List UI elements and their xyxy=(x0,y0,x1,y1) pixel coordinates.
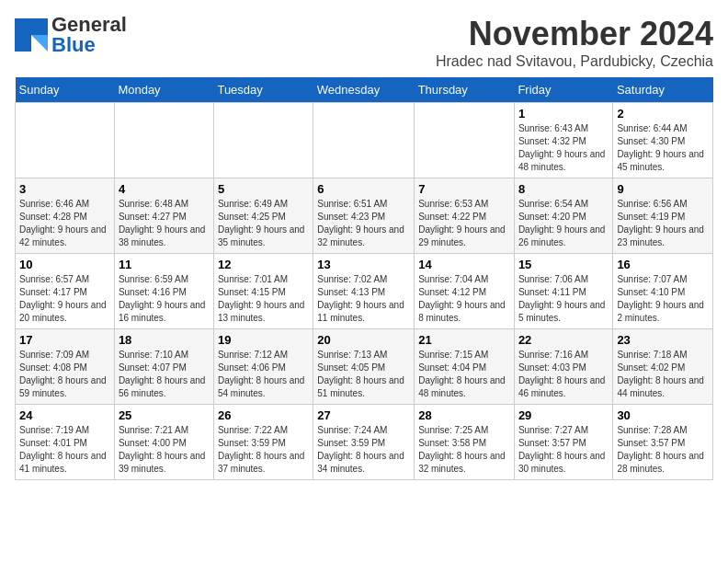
calendar-cell: 30Sunrise: 7:28 AM Sunset: 3:57 PM Dayli… xyxy=(613,405,713,480)
calendar-cell xyxy=(313,103,415,178)
svg-rect-0 xyxy=(15,18,31,35)
day-number: 22 xyxy=(518,333,609,347)
calendar-cell: 8Sunrise: 6:54 AM Sunset: 4:20 PM Daylig… xyxy=(514,178,613,254)
logo: General Blue xyxy=(15,15,127,55)
calendar-cell: 20Sunrise: 7:13 AM Sunset: 4:05 PM Dayli… xyxy=(313,329,415,405)
calendar-cell: 13Sunrise: 7:02 AM Sunset: 4:13 PM Dayli… xyxy=(313,254,415,329)
day-number: 9 xyxy=(617,182,709,196)
day-info: Sunrise: 6:54 AM Sunset: 4:20 PM Dayligh… xyxy=(518,198,609,249)
calendar-cell: 1Sunrise: 6:43 AM Sunset: 4:32 PM Daylig… xyxy=(514,103,613,178)
day-info: Sunrise: 7:24 AM Sunset: 3:59 PM Dayligh… xyxy=(317,424,410,476)
day-number: 7 xyxy=(418,182,510,196)
calendar-table: SundayMondayTuesdayWednesdayThursdayFrid… xyxy=(15,77,713,480)
calendar-cell: 9Sunrise: 6:56 AM Sunset: 4:19 PM Daylig… xyxy=(613,178,713,254)
day-number: 1 xyxy=(518,107,609,121)
calendar-cell: 4Sunrise: 6:48 AM Sunset: 4:27 PM Daylig… xyxy=(114,178,213,254)
calendar-cell: 2Sunrise: 6:44 AM Sunset: 4:30 PM Daylig… xyxy=(613,103,713,178)
logo-blue-text: Blue xyxy=(51,33,96,56)
svg-rect-2 xyxy=(15,35,31,52)
svg-rect-1 xyxy=(31,18,48,35)
day-info: Sunrise: 6:46 AM Sunset: 4:28 PM Dayligh… xyxy=(19,198,110,249)
day-number: 10 xyxy=(19,258,110,271)
logo-icon xyxy=(15,18,48,52)
calendar-week-row: 24Sunrise: 7:19 AM Sunset: 4:01 PM Dayli… xyxy=(16,405,713,480)
calendar-cell: 22Sunrise: 7:16 AM Sunset: 4:03 PM Dayli… xyxy=(514,329,613,405)
day-number: 30 xyxy=(617,408,709,422)
weekday-header-cell: Sunday xyxy=(16,77,115,103)
weekday-header-cell: Thursday xyxy=(415,77,515,103)
calendar-cell: 5Sunrise: 6:49 AM Sunset: 4:25 PM Daylig… xyxy=(213,178,313,254)
day-info: Sunrise: 6:57 AM Sunset: 4:17 PM Dayligh… xyxy=(19,273,110,325)
calendar-cell: 25Sunrise: 7:21 AM Sunset: 4:00 PM Dayli… xyxy=(114,405,213,480)
day-number: 25 xyxy=(119,408,210,422)
calendar-cell xyxy=(415,103,515,178)
day-number: 24 xyxy=(19,408,110,422)
calendar-cell: 28Sunrise: 7:25 AM Sunset: 3:58 PM Dayli… xyxy=(415,405,515,480)
day-number: 4 xyxy=(119,182,210,196)
day-info: Sunrise: 7:02 AM Sunset: 4:13 PM Dayligh… xyxy=(317,273,410,325)
calendar-cell: 16Sunrise: 7:07 AM Sunset: 4:10 PM Dayli… xyxy=(613,254,713,329)
calendar-cell: 19Sunrise: 7:12 AM Sunset: 4:06 PM Dayli… xyxy=(213,329,313,405)
calendar-cell: 3Sunrise: 6:46 AM Sunset: 4:28 PM Daylig… xyxy=(16,178,115,254)
day-number: 29 xyxy=(518,408,609,422)
day-info: Sunrise: 7:04 AM Sunset: 4:12 PM Dayligh… xyxy=(418,273,510,325)
day-number: 12 xyxy=(218,258,309,271)
page-header: General Blue November 2024 Hradec nad Sv… xyxy=(15,15,713,70)
day-number: 19 xyxy=(218,333,309,347)
weekday-header-cell: Wednesday xyxy=(313,77,415,103)
calendar-cell: 18Sunrise: 7:10 AM Sunset: 4:07 PM Dayli… xyxy=(114,329,213,405)
day-info: Sunrise: 6:49 AM Sunset: 4:25 PM Dayligh… xyxy=(218,198,309,249)
weekday-header-cell: Friday xyxy=(514,77,613,103)
calendar-cell: 21Sunrise: 7:15 AM Sunset: 4:04 PM Dayli… xyxy=(415,329,515,405)
calendar-cell xyxy=(16,103,115,178)
calendar-cell: 10Sunrise: 6:57 AM Sunset: 4:17 PM Dayli… xyxy=(16,254,115,329)
calendar-cell: 7Sunrise: 6:53 AM Sunset: 4:22 PM Daylig… xyxy=(415,178,515,254)
day-info: Sunrise: 7:06 AM Sunset: 4:11 PM Dayligh… xyxy=(518,273,609,325)
day-info: Sunrise: 6:59 AM Sunset: 4:16 PM Dayligh… xyxy=(119,273,210,325)
day-info: Sunrise: 6:51 AM Sunset: 4:23 PM Dayligh… xyxy=(317,198,410,249)
day-info: Sunrise: 6:53 AM Sunset: 4:22 PM Dayligh… xyxy=(418,198,510,249)
day-number: 3 xyxy=(19,182,110,196)
day-info: Sunrise: 7:22 AM Sunset: 3:59 PM Dayligh… xyxy=(218,424,309,476)
day-info: Sunrise: 7:16 AM Sunset: 4:03 PM Dayligh… xyxy=(518,349,609,400)
day-number: 11 xyxy=(119,258,210,271)
day-number: 8 xyxy=(518,182,609,196)
calendar-cell xyxy=(213,103,313,178)
day-info: Sunrise: 6:48 AM Sunset: 4:27 PM Dayligh… xyxy=(119,198,210,249)
day-info: Sunrise: 7:10 AM Sunset: 4:07 PM Dayligh… xyxy=(119,349,210,400)
calendar-cell xyxy=(114,103,213,178)
day-number: 16 xyxy=(617,258,709,271)
day-info: Sunrise: 7:13 AM Sunset: 4:05 PM Dayligh… xyxy=(317,349,410,400)
weekday-header-cell: Saturday xyxy=(613,77,713,103)
calendar-cell: 15Sunrise: 7:06 AM Sunset: 4:11 PM Dayli… xyxy=(514,254,613,329)
day-info: Sunrise: 7:07 AM Sunset: 4:10 PM Dayligh… xyxy=(617,273,709,325)
day-number: 14 xyxy=(418,258,510,271)
day-info: Sunrise: 7:25 AM Sunset: 3:58 PM Dayligh… xyxy=(418,424,510,476)
calendar-week-row: 17Sunrise: 7:09 AM Sunset: 4:08 PM Dayli… xyxy=(16,329,713,405)
calendar-cell: 23Sunrise: 7:18 AM Sunset: 4:02 PM Dayli… xyxy=(613,329,713,405)
calendar-cell: 27Sunrise: 7:24 AM Sunset: 3:59 PM Dayli… xyxy=(313,405,415,480)
day-info: Sunrise: 7:28 AM Sunset: 3:57 PM Dayligh… xyxy=(617,424,709,476)
weekday-header-cell: Monday xyxy=(114,77,213,103)
calendar-cell: 29Sunrise: 7:27 AM Sunset: 3:57 PM Dayli… xyxy=(514,405,613,480)
day-number: 6 xyxy=(317,182,410,196)
day-info: Sunrise: 7:21 AM Sunset: 4:00 PM Dayligh… xyxy=(119,424,210,476)
day-number: 26 xyxy=(218,408,309,422)
day-number: 21 xyxy=(418,333,510,347)
day-number: 2 xyxy=(617,107,709,121)
calendar-cell: 12Sunrise: 7:01 AM Sunset: 4:15 PM Dayli… xyxy=(213,254,313,329)
day-info: Sunrise: 7:19 AM Sunset: 4:01 PM Dayligh… xyxy=(19,424,110,476)
calendar-week-row: 10Sunrise: 6:57 AM Sunset: 4:17 PM Dayli… xyxy=(16,254,713,329)
day-number: 23 xyxy=(617,333,709,347)
weekday-header-cell: Tuesday xyxy=(213,77,313,103)
month-title: November 2024 xyxy=(436,15,713,53)
calendar-cell: 26Sunrise: 7:22 AM Sunset: 3:59 PM Dayli… xyxy=(213,405,313,480)
calendar-cell: 17Sunrise: 7:09 AM Sunset: 4:08 PM Dayli… xyxy=(16,329,115,405)
day-number: 15 xyxy=(518,258,609,271)
title-area: November 2024 Hradec nad Svitavou, Pardu… xyxy=(436,15,713,70)
day-number: 28 xyxy=(418,408,510,422)
calendar-body: 1Sunrise: 6:43 AM Sunset: 4:32 PM Daylig… xyxy=(16,103,713,480)
day-number: 20 xyxy=(317,333,410,347)
day-info: Sunrise: 6:44 AM Sunset: 4:30 PM Dayligh… xyxy=(617,122,709,174)
calendar-cell: 14Sunrise: 7:04 AM Sunset: 4:12 PM Dayli… xyxy=(415,254,515,329)
